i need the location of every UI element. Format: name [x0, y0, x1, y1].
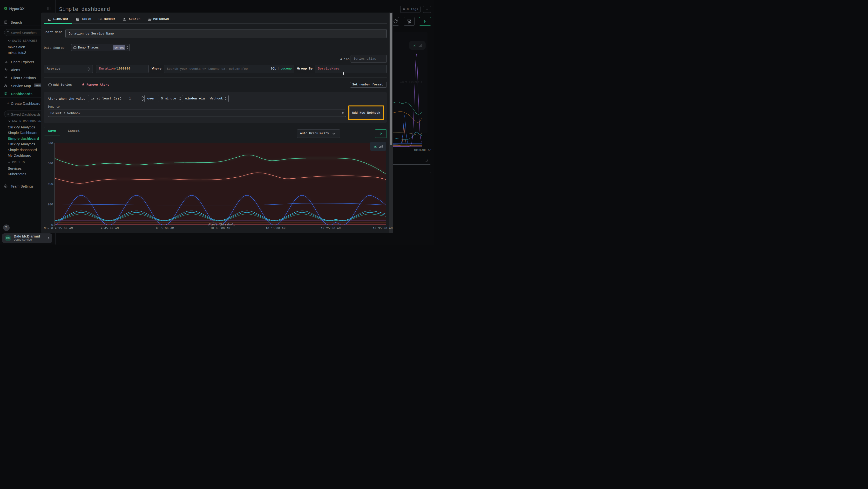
svg-text:10:35:00 AM: 10:35:00 AM: [414, 149, 431, 151]
svg-text:Alert Threshold: Alert Threshold: [400, 81, 422, 84]
